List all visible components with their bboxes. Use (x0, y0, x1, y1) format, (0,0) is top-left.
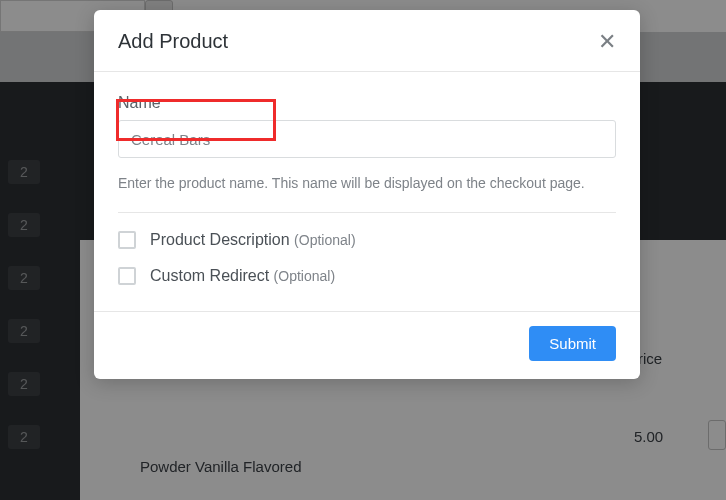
option-text: Product Description (150, 231, 290, 248)
modal-footer: Submit (94, 311, 640, 379)
product-description-option[interactable]: Product Description (Optional) (118, 231, 616, 249)
product-name-input[interactable] (118, 120, 616, 158)
modal-body: Name Enter the product name. This name w… (94, 72, 640, 311)
optional-tag: (Optional) (274, 268, 335, 284)
custom-redirect-option[interactable]: Custom Redirect (Optional) (118, 267, 616, 285)
add-product-modal: Add Product ✕ Name Enter the product nam… (94, 10, 640, 379)
divider (118, 212, 616, 213)
custom-redirect-label: Custom Redirect (Optional) (150, 267, 335, 285)
checkbox-icon[interactable] (118, 231, 136, 249)
optional-tag: (Optional) (294, 232, 355, 248)
product-description-label: Product Description (Optional) (150, 231, 356, 249)
checkbox-icon[interactable] (118, 267, 136, 285)
close-icon: ✕ (598, 29, 616, 54)
close-button[interactable]: ✕ (598, 31, 616, 53)
option-text: Custom Redirect (150, 267, 269, 284)
name-label: Name (118, 94, 616, 112)
name-help-text: Enter the product name. This name will b… (118, 172, 616, 194)
submit-button[interactable]: Submit (529, 326, 616, 361)
modal-title: Add Product (118, 30, 228, 53)
modal-header: Add Product ✕ (94, 10, 640, 72)
